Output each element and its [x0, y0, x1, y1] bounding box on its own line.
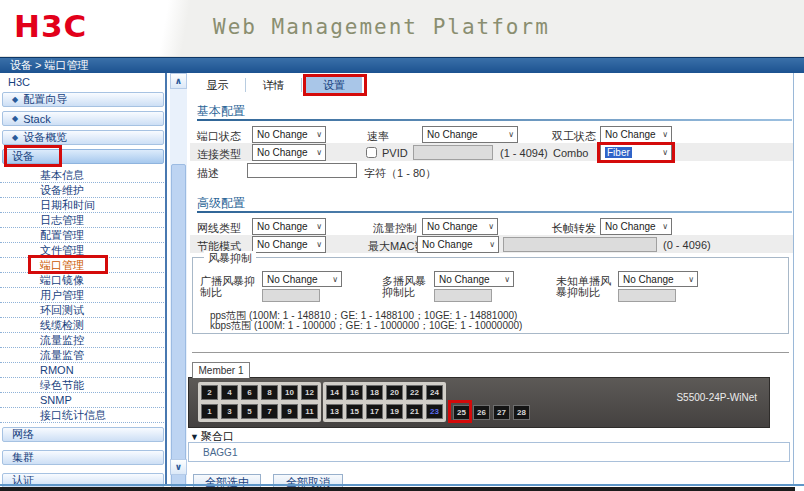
port[interactable]: 26 — [473, 405, 490, 420]
port[interactable]: 11 — [301, 404, 318, 419]
pvid-checkbox[interactable] — [366, 147, 377, 158]
tab-setup[interactable]: 设置 — [306, 76, 362, 94]
sidebar-item[interactable]: 设备维护 — [0, 183, 164, 198]
port[interactable]: 15 — [346, 404, 363, 419]
scroll-down-icon[interactable]: ∨ — [170, 459, 187, 475]
tab-display[interactable]: 显示 — [190, 76, 245, 94]
scroll-up-icon[interactable]: ∧ — [170, 73, 187, 89]
sidebar-item[interactable]: 线缆检测 — [0, 318, 164, 333]
sidebar-item[interactable]: 日志管理 — [0, 213, 164, 228]
sfp-port-row: 25262728 — [453, 405, 530, 420]
sidebar-divider — [165, 73, 167, 485]
port[interactable]: 18 — [366, 385, 383, 400]
port[interactable]: 6 — [241, 385, 258, 400]
speed-label: 速率 — [367, 129, 389, 144]
multicast-storm-select[interactable]: No Change∨ — [434, 271, 514, 287]
cable-type-select[interactable]: No Change∨ — [252, 218, 326, 235]
chevron-down-icon: ∨ — [332, 275, 338, 284]
select-value: No Change — [257, 221, 308, 232]
max-mac-input[interactable] — [503, 237, 657, 252]
broadcast-storm-select[interactable]: No Change∨ — [262, 271, 342, 287]
port[interactable]: 5 — [241, 404, 258, 419]
app-header: H3C Web Management Platform — [0, 0, 804, 57]
sidebar-section[interactable]: ◆ 配置向导 — [2, 92, 164, 107]
flow-control-select[interactable]: No Change∨ — [422, 218, 498, 235]
port[interactable]: 14 — [326, 385, 343, 400]
multicast-storm-input[interactable] — [434, 289, 492, 302]
port[interactable]: 22 — [406, 385, 423, 400]
port[interactable]: 25 — [453, 405, 470, 420]
power-save-select[interactable]: No Change∨ — [252, 236, 326, 253]
combo-select[interactable]: Fiber∨ — [600, 144, 672, 161]
sidebar-item[interactable]: 日期和时间 — [0, 198, 164, 213]
description-input[interactable] — [247, 163, 357, 178]
max-mac-range: (0 - 4096) — [663, 239, 711, 251]
sidebar-item[interactable]: SNMP — [0, 393, 164, 408]
sidebar-item[interactable]: 基本信息 — [0, 168, 164, 183]
port[interactable]: 2 — [201, 385, 218, 400]
description-label: 描述 — [197, 166, 219, 181]
sidebar-item[interactable]: 环回测试 — [0, 303, 164, 318]
sidebar-item[interactable]: 用户管理 — [0, 288, 164, 303]
port[interactable]: 4 — [221, 385, 238, 400]
speed-select[interactable]: No Change∨ — [422, 126, 518, 143]
port[interactable]: 3 — [221, 404, 238, 419]
sidebar-section-label: 集群 — [12, 450, 34, 465]
aggregation-item[interactable]: BAGG1 — [203, 447, 237, 458]
scrollbar-thumb[interactable] — [171, 164, 186, 491]
port[interactable]: 8 — [261, 385, 278, 400]
pvid-input[interactable] — [413, 145, 493, 160]
link-type-select[interactable]: No Change∨ — [252, 144, 326, 161]
port-row: 141618202224 — [326, 385, 443, 400]
duplex-select[interactable]: No Change∨ — [600, 126, 672, 143]
sidebar-section[interactable]: ◆ 设备概览 — [2, 130, 164, 145]
port[interactable]: 12 — [301, 385, 318, 400]
port[interactable]: 10 — [281, 385, 298, 400]
broadcast-storm-input[interactable] — [262, 289, 320, 302]
max-mac-select[interactable]: No Change∨ — [417, 236, 499, 253]
port[interactable]: 19 — [386, 404, 403, 419]
port[interactable]: 9 — [281, 404, 298, 419]
sidebar-item[interactable]: 接口统计信息 — [0, 408, 164, 423]
port[interactable]: 17 — [366, 404, 383, 419]
sidebar-item[interactable]: 绿色节能 — [0, 378, 164, 393]
port[interactable]: 1 — [201, 404, 218, 419]
port[interactable]: 20 — [386, 385, 403, 400]
chevron-down-icon: ∨ — [662, 148, 668, 157]
unicast-storm-select[interactable]: No Change∨ — [618, 271, 698, 287]
port-state-select[interactable]: No Change∨ — [252, 126, 326, 143]
sidebar-section-label: 网络 — [12, 427, 34, 442]
sidebar-section-device[interactable]: 设备 — [2, 149, 164, 164]
select-value: No Change — [427, 129, 478, 140]
sidebar-section-label: 设备概览 — [23, 130, 67, 145]
sidebar-item[interactable]: 配置管理 — [0, 228, 164, 243]
sidebar-item[interactable]: 文件管理 — [0, 243, 164, 258]
clipped-content-strip — [0, 487, 795, 491]
port[interactable]: 16 — [346, 385, 363, 400]
port[interactable]: 13 — [326, 404, 343, 419]
port[interactable]: 23 — [426, 404, 443, 419]
sidebar-section[interactable]: ◆ Stack — [2, 111, 164, 126]
unicast-storm-input[interactable] — [618, 289, 676, 302]
port[interactable]: 27 — [493, 405, 510, 420]
sidebar-item[interactable]: 端口镜像 — [0, 273, 164, 288]
port-state-label: 端口状态 — [197, 129, 241, 144]
jumbo-frame-select[interactable]: No Change∨ — [600, 218, 672, 235]
sidebar-section[interactable]: 网络 — [2, 427, 164, 442]
sidebar-section[interactable]: 集群 — [2, 450, 164, 465]
sidebar-item[interactable]: RMON — [0, 363, 164, 378]
member-tab[interactable]: Member 1 — [192, 362, 250, 378]
sidebar-bottom-sections: 网络 集群 认证 — [2, 427, 164, 491]
port[interactable]: 28 — [513, 405, 530, 420]
main-frame-border — [793, 73, 794, 485]
sidebar-item[interactable]: 端口管理 — [0, 258, 164, 273]
sidebar-item[interactable]: 流量监管 — [0, 348, 164, 363]
tab-details[interactable]: 详情 — [246, 76, 301, 94]
sidebar-scrollbar[interactable]: ∧ ∨ — [170, 73, 187, 485]
port[interactable]: 24 — [426, 385, 443, 400]
sidebar-item[interactable]: 流量监控 — [0, 333, 164, 348]
basic-config-rule — [197, 119, 792, 121]
port[interactable]: 21 — [406, 404, 423, 419]
port[interactable]: 7 — [261, 404, 278, 419]
select-value: No Change — [439, 274, 490, 285]
